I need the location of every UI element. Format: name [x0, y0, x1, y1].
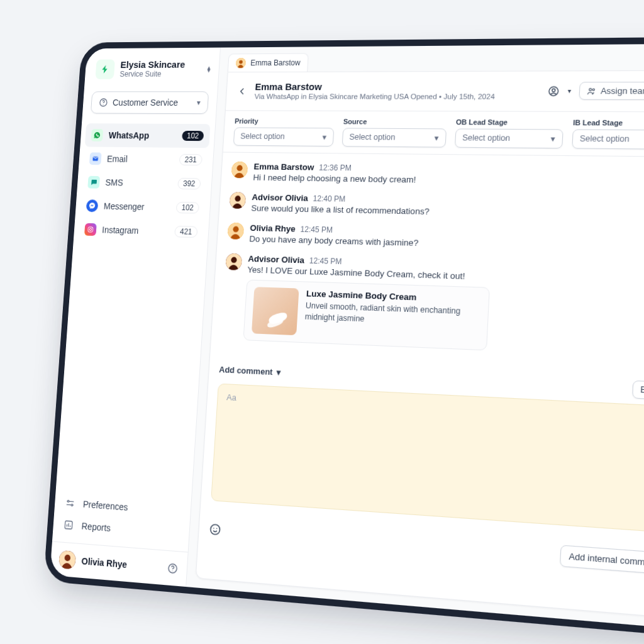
chevron-up-down-icon: ▴▾	[207, 65, 210, 72]
channel-count-badge: 102	[182, 131, 204, 141]
comment-placeholder: Aa	[226, 392, 237, 402]
svg-point-6	[71, 504, 73, 506]
channel-instagram[interactable]: Instagram 421	[78, 218, 204, 245]
channel-count-badge: 421	[174, 226, 197, 238]
svg-point-3	[89, 228, 91, 231]
bar-chart-icon	[64, 519, 76, 531]
whatsapp-icon	[91, 129, 103, 142]
channel-count-badge: 231	[179, 154, 203, 165]
message-author: Emma Barstow	[253, 162, 314, 172]
svg-point-1	[103, 104, 104, 105]
channel-whatsapp[interactable]: WhatsApp 102	[85, 123, 211, 148]
svg-point-26	[210, 525, 220, 535]
instagram-icon	[84, 223, 97, 236]
reports-label: Reports	[81, 521, 111, 533]
svg-point-27	[213, 528, 214, 529]
org-switcher[interactable]: Elysia Skincare Service Suite ▴▾	[84, 48, 220, 88]
user-circle-icon[interactable]	[548, 85, 560, 97]
add-comment-toggle[interactable]: Add comment ▾	[219, 365, 281, 377]
svg-point-16	[589, 89, 592, 91]
filter-label: IB Lead Stage	[573, 118, 644, 127]
message: Emma Barstow 12:36 PM Hi I need help cho…	[231, 162, 644, 189]
message-time: 12:36 PM	[319, 163, 352, 172]
org-logo-icon	[95, 59, 115, 79]
message-time: 12:45 PM	[300, 225, 333, 235]
sidebar-bottom: Preferences Reports	[52, 487, 191, 552]
channel-count-badge: 102	[176, 202, 199, 214]
comment-textarea[interactable]: Aa	[211, 383, 644, 533]
channel-label: Instagram	[102, 225, 169, 236]
conversation-panel: Emma Barstow Via WhatsApp in Elysia Skin…	[196, 70, 644, 619]
internal-comment-label: Add internal comment	[569, 551, 644, 568]
messenger-icon	[86, 199, 99, 212]
bird-ai-button[interactable]: Bird AI	[632, 380, 644, 401]
sliders-icon	[65, 497, 78, 509]
conversation-tab[interactable]: Emma Barstow	[228, 53, 309, 72]
assign-team-label: Assign team	[601, 86, 644, 96]
select-placeholder: Select option	[349, 133, 396, 142]
bird-ai-label: Bird AI	[640, 385, 644, 396]
message-author: Olivia Rhye	[250, 223, 296, 233]
priority-select[interactable]: Select option ▾	[233, 127, 335, 147]
message-thread: Emma Barstow 12:36 PM Hi I need help cho…	[210, 152, 644, 377]
tabs-row: Emma Barstow	[219, 43, 644, 72]
message: Advisor Olivia 12:40 PM Sure would you l…	[229, 192, 644, 221]
channel-sms[interactable]: SMS 392	[81, 170, 207, 196]
add-comment-label: Add comment	[219, 365, 273, 377]
svg-point-28	[216, 528, 218, 530]
channel-label: Messenger	[103, 201, 170, 213]
email-icon	[89, 152, 102, 165]
message-text: Sure would you like a list of recommenda…	[251, 203, 430, 216]
ob-lead-select[interactable]: Select option ▾	[455, 128, 564, 148]
add-internal-comment-button[interactable]: Add internal comment	[560, 545, 644, 575]
assign-team-button[interactable]: Assign team ▾	[579, 82, 644, 100]
org-suite: Service Suite	[119, 70, 201, 79]
preferences-label: Preferences	[83, 499, 128, 513]
chevron-down-icon: ▾	[434, 133, 439, 143]
org-name: Elysia Skincare	[120, 59, 202, 70]
conversation-header: Emma Barstow Via WhatsApp in Elysia Skin…	[226, 71, 644, 113]
help-circle-icon[interactable]	[167, 562, 179, 575]
ib-lead-select[interactable]: Select option ▾	[572, 129, 644, 149]
avatar	[227, 223, 244, 240]
product-image	[252, 287, 299, 335]
avatar	[230, 192, 247, 209]
avatar	[225, 253, 242, 270]
department-label: Customer Service	[113, 97, 179, 108]
message: Advisor Olivia 12:45 PM Yes! I LOVE our …	[221, 253, 644, 358]
chevron-down-icon: ▾	[550, 134, 555, 144]
avatar	[58, 550, 76, 570]
svg-point-11	[172, 570, 173, 571]
conversation-subtitle: Via WhatsApp in Elysia Skincare Marketin…	[254, 92, 540, 102]
filter-label: Source	[343, 118, 447, 126]
message-time: 12:45 PM	[309, 256, 341, 266]
product-card[interactable]: Luxe Jasmine Body Cream Unveil smooth, r…	[243, 279, 490, 350]
chevron-down-icon: ▾	[276, 367, 281, 377]
svg-point-5	[67, 501, 69, 502]
avatar	[236, 58, 246, 68]
channel-email[interactable]: Email 231	[83, 147, 209, 172]
help-circle-icon	[99, 97, 109, 108]
product-description: Unveil smooth, radiant skin with enchant…	[304, 300, 480, 329]
users-icon	[587, 86, 597, 96]
back-button[interactable]	[236, 86, 248, 97]
filters-row: Priority Select option ▾ Source Select o…	[223, 111, 644, 157]
chevron-down-icon: ▾	[197, 98, 201, 107]
avatar	[231, 162, 248, 179]
select-placeholder: Select option	[580, 134, 630, 144]
message-text: Hi I need help choosing a new body cream…	[253, 172, 416, 184]
message-author: Advisor Olivia	[248, 253, 304, 265]
conversation-title: Emma Barstow	[255, 80, 540, 92]
channel-messenger[interactable]: Messenger 102	[80, 194, 206, 220]
channel-count-badge: 392	[177, 178, 201, 190]
current-user-name: Olivia Rhye	[81, 556, 162, 573]
svg-point-4	[92, 228, 92, 228]
channel-label: WhatsApp	[108, 130, 176, 141]
svg-point-17	[593, 89, 595, 91]
department-select[interactable]: Customer Service ▾	[91, 91, 209, 114]
svg-rect-2	[88, 227, 93, 232]
emoji-icon[interactable]	[209, 523, 222, 536]
select-placeholder: Select option	[240, 132, 285, 142]
source-select[interactable]: Select option ▾	[342, 128, 447, 147]
filter-label: OB Lead Stage	[456, 118, 564, 126]
